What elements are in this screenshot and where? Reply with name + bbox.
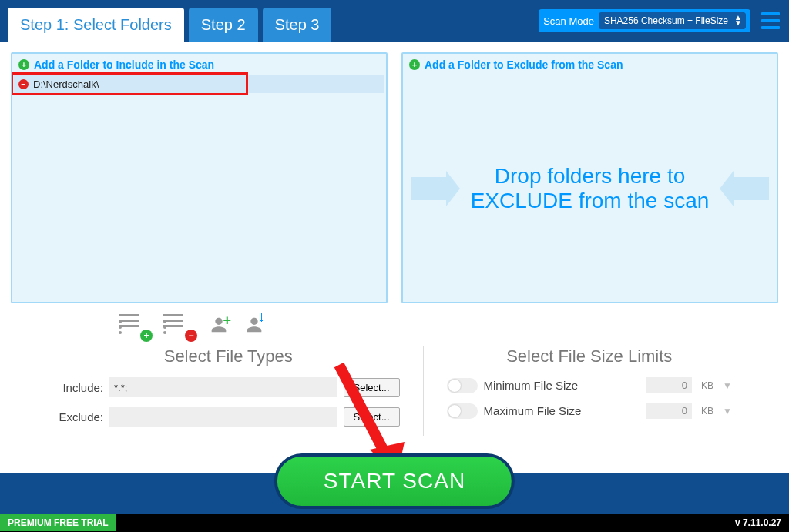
min-size-toggle[interactable] xyxy=(447,378,478,393)
arrow-left-icon xyxy=(734,177,769,200)
min-size-label: Minimum File Size xyxy=(484,379,640,392)
include-panel: + Add a Folder to Include in the Scan − … xyxy=(11,52,388,303)
max-size-input[interactable] xyxy=(646,403,692,419)
include-types-select-button[interactable]: Select... xyxy=(344,378,400,397)
include-folder-row[interactable]: − D:\Nerdschalk\ xyxy=(14,75,384,93)
filters-section: Select File Types Include: Select... Exc… xyxy=(11,346,778,450)
plus-badge-icon: + xyxy=(140,330,153,342)
top-bar: Step 1: Select Folders Step 2 Step 3 Sca… xyxy=(0,0,789,42)
footer-bar: PREMIUM FREE TRIAL v 7.11.0.27 xyxy=(0,514,789,532)
exclude-dropzone[interactable]: Drop folders here to EXCLUDE from the sc… xyxy=(403,75,777,302)
max-size-unit: KB xyxy=(701,406,713,417)
download-icon: ⭳ xyxy=(256,311,268,325)
menu-icon[interactable] xyxy=(758,9,783,32)
plus-icon: + xyxy=(223,313,231,329)
import-profile-button[interactable]: ⭳ xyxy=(243,314,265,336)
scan-mode-selector[interactable]: Scan Mode SHA256 Checksum + FileSize ▲▼ xyxy=(539,9,750,32)
add-include-label: Add a Folder to Include in the Scan xyxy=(34,59,214,71)
include-types-label: Include: xyxy=(57,381,103,394)
scan-mode-label: Scan Mode xyxy=(543,15,594,27)
dropdown-icon[interactable]: ▼ xyxy=(723,380,732,391)
size-limits-section: Select File Size Limits Minimum File Siz… xyxy=(423,346,732,436)
min-size-input[interactable] xyxy=(646,377,692,393)
add-list-button[interactable]: + xyxy=(119,314,149,339)
arrow-right-icon xyxy=(411,177,446,200)
exclude-types-select-button[interactable]: Select... xyxy=(344,407,400,427)
tab-step2[interactable]: Step 2 xyxy=(189,8,258,42)
plus-icon: + xyxy=(18,59,29,70)
include-folder-path: D:\Nerdschalk\ xyxy=(33,79,99,90)
add-include-folder-button[interactable]: + Add a Folder to Include in the Scan xyxy=(12,54,386,75)
exclude-types-input[interactable] xyxy=(109,407,337,427)
remove-list-button[interactable]: − xyxy=(163,314,194,339)
scan-mode-text: SHA256 Checksum + FileSize xyxy=(604,15,728,26)
exclude-types-label: Exclude: xyxy=(57,410,103,423)
remove-folder-icon[interactable]: − xyxy=(18,79,29,89)
size-limits-title: Select File Size Limits xyxy=(447,346,732,366)
scan-bar: START SCAN xyxy=(0,473,789,514)
max-size-label: Maximum File Size xyxy=(484,404,640,417)
exclude-panel: + Add a Folder to Exclude from the Scan … xyxy=(401,52,778,303)
file-types-title: Select File Types xyxy=(57,346,400,366)
main-area: + Add a Folder to Include in the Scan − … xyxy=(0,42,789,473)
exclude-drop-text: Drop folders here to EXCLUDE from the sc… xyxy=(455,164,724,213)
add-profile-button[interactable]: + xyxy=(208,314,230,336)
include-types-input[interactable] xyxy=(109,377,337,397)
scan-mode-value[interactable]: SHA256 Checksum + FileSize ▲▼ xyxy=(599,12,746,29)
file-types-section: Select File Types Include: Select... Exc… xyxy=(57,346,400,436)
minus-badge-icon: − xyxy=(185,330,197,342)
add-exclude-folder-button[interactable]: + Add a Folder to Exclude from the Scan xyxy=(403,54,777,75)
tab-step1[interactable]: Step 1: Select Folders xyxy=(8,8,184,42)
min-size-unit: KB xyxy=(701,380,713,391)
list-action-row: + − + ⭳ xyxy=(11,303,778,346)
add-exclude-label: Add a Folder to Exclude from the Scan xyxy=(425,59,623,71)
version-label: v 7.11.0.27 xyxy=(735,517,789,528)
step-tabs: Step 1: Select Folders Step 2 Step 3 xyxy=(8,0,331,42)
start-scan-button[interactable]: START SCAN xyxy=(274,453,515,509)
max-size-toggle[interactable] xyxy=(447,403,478,419)
plus-icon: + xyxy=(409,59,420,70)
dropdown-icon[interactable]: ▼ xyxy=(723,406,732,417)
updown-icon: ▲▼ xyxy=(734,15,742,25)
tab-step3[interactable]: Step 3 xyxy=(263,8,332,42)
trial-badge[interactable]: PREMIUM FREE TRIAL xyxy=(0,514,116,531)
